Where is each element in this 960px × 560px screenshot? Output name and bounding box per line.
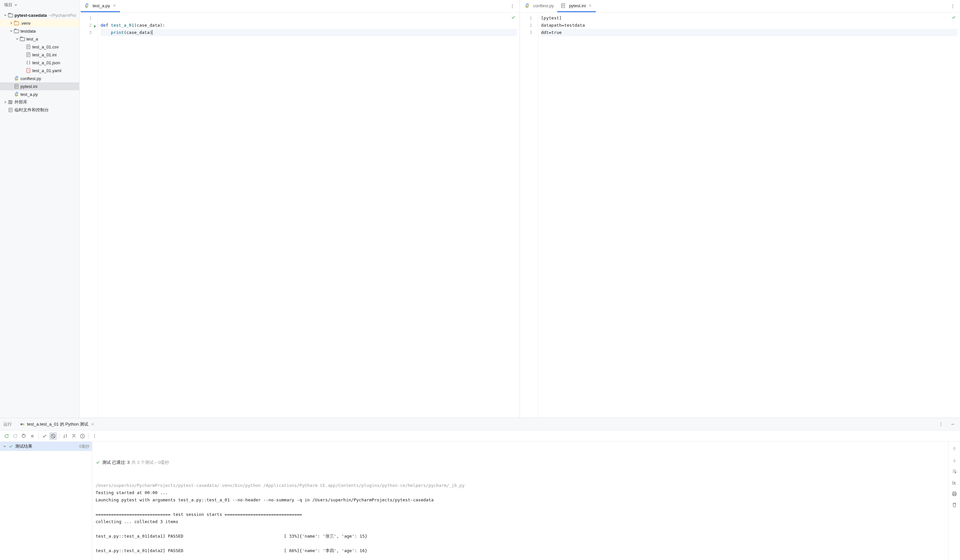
tree-item-label: .venv [21,21,30,26]
tree-item-label: test_a_01.ini [32,53,57,57]
editor-tab[interactable]: conftest.py [521,0,557,12]
svg-point-26 [952,6,953,6]
svg-point-18 [87,6,88,7]
expand-all-button[interactable] [70,432,78,440]
code-area[interactable]: def test_a_01(case_data): print(case_dat… [98,13,520,418]
tree-item[interactable]: pytest-casedata~/PycharmPro [0,11,79,19]
tree-arrow-icon [21,52,26,57]
chevron-down-icon [14,3,18,7]
toggle-auto-button[interactable] [20,432,28,440]
tree-arrow-icon[interactable] [8,21,14,26]
trash-button[interactable] [950,501,958,509]
tree-arrow-icon[interactable] [3,13,8,18]
svg-rect-14 [10,101,11,104]
up-button[interactable] [950,445,958,453]
tree-item[interactable]: testdata [0,27,79,35]
code-area[interactable]: [pytest]datapath=testdataddt=true [538,13,960,418]
editor-tab[interactable]: pytest.ini [557,0,596,12]
run-tab[interactable]: test_a.test_a_01 的 Python 测试 [16,418,98,430]
tree-item-sublabel: ~/PycharmPro [49,13,76,18]
console-output[interactable]: 测试 已通过: 3共 3 个测试 – 0毫秒 /Users/superhin/P… [92,442,948,560]
print-button[interactable] [950,490,958,498]
more-icon[interactable] [508,2,516,10]
svg-point-31 [941,424,941,424]
down-button[interactable] [950,456,958,464]
minimize-icon[interactable] [949,420,957,428]
tree-item[interactable]: test_a_01.csv [0,43,79,51]
tree-arrow-icon[interactable] [14,36,20,41]
editor-tab[interactable]: test_a.py [81,0,120,12]
svg-point-22 [526,4,527,5]
rerun-failed-button[interactable] [11,432,19,440]
close-icon[interactable] [90,422,95,427]
project-title: 项目 [4,2,13,8]
tree-item[interactable]: conftest.py [0,75,79,82]
tree-item[interactable]: 临时文件和控制台 [0,106,79,114]
code-line: datapath=testdata [541,22,957,29]
sort-button[interactable] [61,432,69,440]
console-line: test_a.py::test_a_01[data1] PASSED [ 33%… [96,533,945,540]
console-line: collecting ... collected 3 items [96,518,945,525]
console-line: Testing started at 00:00 ... [96,489,945,496]
show-ignored-button[interactable] [49,432,57,440]
test-results-root[interactable]: 测试结果 0毫秒 [0,442,92,451]
tree-arrow-icon[interactable] [3,99,8,105]
file-text-icon [14,84,19,89]
svg-rect-15 [11,101,13,104]
svg-point-17 [86,4,86,5]
separator [59,433,59,439]
svg-rect-2 [14,30,19,33]
svg-rect-41 [953,495,956,496]
tree-item[interactable]: .venv [0,19,79,27]
editor-pane: test_a.py123def test_a_01(case_data): pr… [80,0,520,418]
svg-rect-3 [20,38,25,41]
more-button[interactable] [91,432,99,440]
folder-icon [8,13,13,18]
gutter-line: 3 [520,29,538,36]
tree-arrow-icon[interactable] [8,28,14,34]
project-sidebar: 项目 pytest-casedata~/PycharmPro.venvtestd… [0,0,80,418]
more-icon[interactable] [937,420,945,428]
history-button[interactable] [78,432,86,440]
run-gutter-icon[interactable] [93,23,97,27]
soft-wrap-button[interactable] [950,467,958,475]
folder-excl-icon [14,21,19,26]
run-toolbar [0,431,960,442]
project-tree[interactable]: pytest-casedata~/PycharmPro.venvtestdata… [0,10,79,418]
file-text-icon [26,44,31,49]
gutter-line: 1 [80,14,98,22]
tree-item[interactable]: Ytest_a_01.yaml [0,67,79,75]
tree-item[interactable]: test_a.py [0,90,79,98]
stop-button[interactable] [28,432,36,440]
close-icon[interactable] [588,3,592,8]
file-py-icon [525,3,530,8]
svg-point-9 [17,80,18,80]
tab-bar: conftest.pypytest.ini [520,0,960,13]
svg-point-21 [512,7,513,8]
rerun-button[interactable] [3,432,11,440]
svg-point-38 [94,437,95,438]
code-line: def test_a_01(case_data): [101,22,517,29]
tree-item[interactable]: pytest.ini [0,82,79,90]
check-icon [952,15,956,20]
close-icon[interactable] [112,3,117,8]
tree-item[interactable]: 外部库 [0,98,79,106]
tree-item[interactable]: test_a_01.ini [0,51,79,59]
more-icon[interactable] [949,2,957,10]
tree-item[interactable]: test_a_01.json [0,59,79,67]
separator [38,433,38,439]
run-header: 运行 test_a.test_a_01 的 Python 测试 [0,418,960,431]
tab-bar: test_a.py [80,0,520,13]
scroll-end-button[interactable] [950,479,958,487]
folder-icon [20,36,25,41]
tree-item-label: pytest.ini [21,84,37,89]
test-results-time: 0毫秒 [79,444,90,449]
project-header[interactable]: 项目 [0,0,79,10]
svg-point-27 [952,7,953,8]
show-passed-button[interactable] [40,432,48,440]
test-tree[interactable]: 测试结果 0毫秒 [0,442,92,560]
file-json-icon [26,60,31,65]
tree-item[interactable]: test_a [0,35,79,43]
tab-label: pytest.ini [569,3,586,8]
chevron-down-icon [3,444,6,448]
